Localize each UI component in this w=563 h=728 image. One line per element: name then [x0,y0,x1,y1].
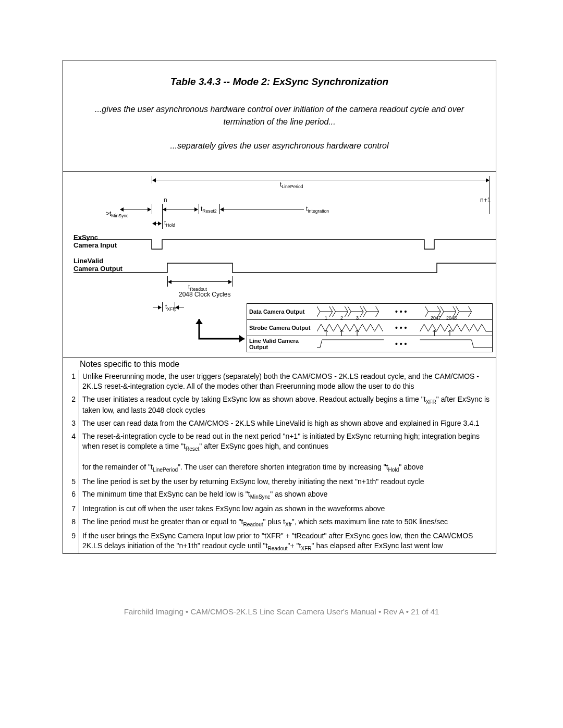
table-box: Table 3.4.3 -- Mode 2: ExSync Synchroniz… [63,60,496,554]
note-text: The reset-&-integration cycle to be read… [79,430,496,475]
note-number: 3 [63,417,79,430]
note-number: 8 [63,515,79,529]
note-number: 7 [63,502,79,515]
note-row: 8The line period must be greater than or… [63,515,496,529]
table-subtitle-1: ...gives the user asynchronous hardware … [74,103,485,128]
note-text: Unlike Freerunning mode, the user trigge… [79,370,496,393]
detail-row-data: Data Camera Output • • • 1 2 3 2047 2048 [247,304,492,319]
note-text: The user initiates a readout cycle by ta… [79,393,496,417]
table-subtitle-2: ...separately gives the user asynchronou… [74,141,485,151]
note-row: 4The reset-&-integration cycle to be rea… [63,430,496,475]
signal-strobe: • • • [317,320,492,336]
note-row: 1Unlike Freerunning mode, the user trigg… [63,370,496,393]
note-text: The minimum time that ExSync can be held… [79,488,496,502]
label-strobe-output: Strobe Camera Output [247,325,317,331]
note-text: Integration is cut off when the user tak… [79,502,496,515]
signal-linevalid: • • • [317,336,492,352]
notes-header: Notes specific to this mode [63,357,496,370]
label-data-output: Data Camera Output [247,309,317,315]
note-text: If the user brings the ExSync Camera Inp… [79,529,496,553]
page-footer: Fairchild Imaging • CAM/CMOS-2K.LS Line … [0,607,563,616]
note-number: 5 [63,475,79,488]
note-number: 6 [63,488,79,502]
label-linevalid-output: Line Valid Camera Output [247,338,317,350]
note-row: 3The user can read data from the CAM/CMO… [63,417,496,430]
note-text: The line period is set by the user by re… [79,475,496,488]
note-number: 2 [63,393,79,417]
note-text: The line period must be greater than or … [79,515,496,529]
table-title: Table 3.4.3 -- Mode 2: ExSync Synchroniz… [74,76,485,88]
note-row: 2The user initiates a readout cycle by t… [63,393,496,417]
signal-data: • • • 1 2 3 2047 2048 [317,304,492,319]
note-number: 9 [63,529,79,553]
note-row: 6The minimum time that ExSync can be hel… [63,488,496,502]
note-row: 9If the user brings the ExSync Camera In… [63,529,496,553]
note-number: 4 [63,430,79,475]
note-number: 1 [63,370,79,393]
note-row: 5The line period is set by the user by r… [63,475,496,488]
note-row: 7Integration is cut off when the user ta… [63,502,496,515]
table-header: Table 3.4.3 -- Mode 2: ExSync Synchroniz… [63,60,496,172]
notes-table: 1Unlike Freerunning mode, the user trigg… [63,370,496,553]
detail-box: Data Camera Output • • • 1 2 3 2047 2048 [247,303,493,352]
detail-row-strobe: Strobe Camera Output • • • [247,319,492,336]
detail-row-linevalid: Line Valid Camera Output • • • [247,336,492,352]
timing-diagram: tLinePeriod n n+1 >tMinSync tReset2 tInt… [63,172,496,357]
note-text: The user can read data from the CAM/CMOS… [79,417,496,430]
page: Table 3.4.3 -- Mode 2: ExSync Synchroniz… [0,0,563,728]
